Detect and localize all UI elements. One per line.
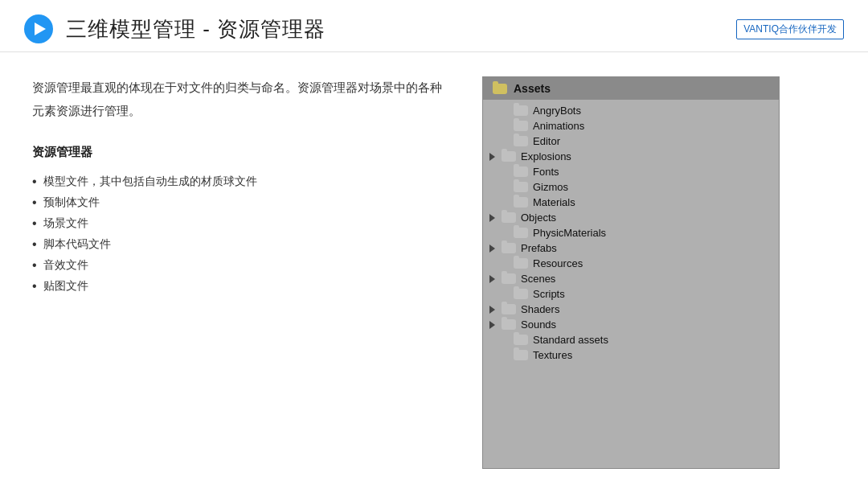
asset-label: Editor [533,135,560,147]
asset-item[interactable]: AngryBots [483,103,779,118]
asset-label: Shaders [521,303,559,315]
expand-arrow-icon [489,321,495,329]
bullet-item: 脚本代码文件 [32,234,450,255]
folder-icon [514,228,528,238]
asset-label: Textures [533,349,572,361]
asset-item[interactable]: Objects [483,210,779,225]
folder-icon [502,212,516,223]
folder-icon [514,121,528,131]
asset-label: Scenes [521,273,555,285]
asset-label: Explosions [521,150,571,162]
asset-item[interactable]: Scripts [483,286,779,302]
asset-label: Scripts [533,288,565,300]
asset-item[interactable]: Resources [483,256,779,271]
folder-icon [514,258,528,269]
asset-item[interactable]: Sounds [483,317,779,332]
expand-arrow-icon [489,275,495,283]
asset-item[interactable]: Editor [483,134,779,149]
assets-header: Assets [483,77,779,100]
asset-label: PhysicMaterials [533,227,606,239]
section-title: 资源管理器 [32,145,450,160]
asset-item[interactable]: Shaders [483,302,779,317]
top-bar: 三维模型管理 - 资源管理器 VANTIQ合作伙伴开发 [0,0,868,52]
assets-list[interactable]: AngryBotsAnimationsEditorExplosionsFonts… [483,100,779,366]
bullet-item: 场景文件 [32,213,450,234]
asset-label: Gizmos [533,181,568,193]
asset-label: Sounds [521,318,556,331]
asset-label: Standard assets [533,334,608,346]
asset-item[interactable]: Standard assets [483,332,779,347]
folder-icon [514,166,528,177]
bullet-item: 模型文件，其中包括自动生成的材质球文件 [32,171,450,192]
asset-item[interactable]: PhysicMaterials [483,225,779,240]
asset-item[interactable]: Materials [483,195,779,210]
description-text: 资源管理最直观的体现在于对文件的归类与命名。资源管理器对场景中的各种元素资源进行… [32,76,450,122]
asset-item[interactable]: Prefabs [483,240,779,256]
expand-arrow-icon [489,153,495,161]
expand-arrow-icon [489,214,495,222]
bullet-item: 音效文件 [32,255,450,276]
assets-browser: Assets AngryBotsAnimationsEditorExplosio… [482,76,780,469]
left-panel: 资源管理最直观的体现在于对文件的归类与命名。资源管理器对场景中的各种元素资源进行… [32,76,450,469]
folder-icon [514,335,528,345]
play-icon[interactable] [24,14,53,43]
page-title: 三维模型管理 - 资源管理器 [66,15,326,43]
main-content: 资源管理最直观的体现在于对文件的归类与命名。资源管理器对场景中的各种元素资源进行… [0,52,868,485]
asset-label: Materials [533,196,575,208]
bullet-item: 预制体文件 [32,192,450,213]
bullet-list: 模型文件，其中包括自动生成的材质球文件预制体文件场景文件脚本代码文件音效文件贴图… [32,171,450,297]
asset-label: AngryBots [533,105,581,117]
asset-item[interactable]: Animations [483,118,779,134]
asset-item[interactable]: Textures [483,347,779,363]
asset-label: Animations [533,120,584,132]
folder-icon [502,151,516,162]
folder-icon [502,319,516,330]
asset-item[interactable]: Fonts [483,164,779,179]
assets-folder-icon [493,84,507,94]
folder-icon [514,197,528,208]
folder-icon [514,105,528,116]
folder-icon [502,273,516,284]
folder-icon [502,304,516,314]
folder-icon [514,182,528,192]
asset-item[interactable]: Gizmos [483,179,779,195]
right-panel: Assets AngryBotsAnimationsEditorExplosio… [482,76,780,469]
assets-header-title: Assets [514,82,551,95]
folder-icon [514,350,528,360]
asset-label: Fonts [533,166,559,178]
asset-label: Prefabs [521,242,557,254]
asset-item[interactable]: Scenes [483,271,779,286]
bullet-item: 贴图文件 [32,276,450,297]
expand-arrow-icon [489,306,495,314]
expand-arrow-icon [489,244,495,253]
folder-icon [514,289,528,299]
folder-icon [514,136,528,146]
brand-label: VANTIQ合作伙伴开发 [736,19,844,39]
asset-item[interactable]: Explosions [483,149,779,164]
folder-icon [502,243,516,253]
asset-label: Resources [533,257,583,269]
asset-label: Objects [521,212,556,224]
